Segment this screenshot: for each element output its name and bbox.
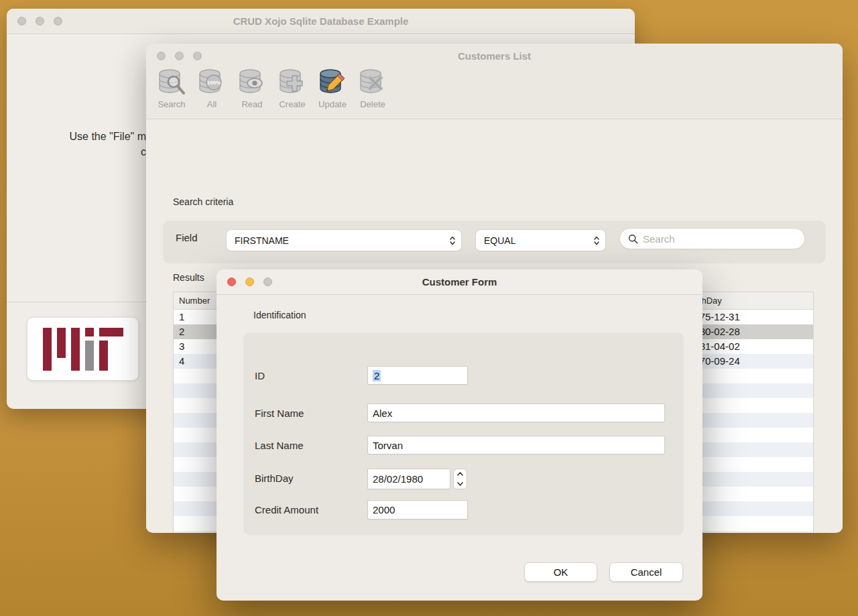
chevron-down-icon bbox=[457, 482, 463, 486]
field-label: Field bbox=[176, 232, 198, 243]
search-field[interactable] bbox=[620, 229, 804, 249]
first-name-label: First Name bbox=[255, 408, 304, 419]
chevron-up-down-icon bbox=[449, 235, 456, 246]
birthday-stepper[interactable] bbox=[453, 469, 467, 489]
hint-text-line2: c bbox=[7, 146, 146, 158]
id-field[interactable]: 2 bbox=[367, 366, 468, 385]
field-select[interactable]: FIRSTNAME bbox=[227, 230, 461, 251]
svg-text:100%: 100% bbox=[207, 80, 221, 86]
crud-window-titlebar[interactable]: CRUD Xojo Sqlite Database Example bbox=[7, 9, 635, 34]
hint-text-line1: Use the "File" m bbox=[7, 131, 146, 143]
search-criteria-label: Search criteria bbox=[173, 196, 233, 207]
last-name-label: Last Name bbox=[255, 440, 304, 451]
form-window-titlebar[interactable]: Customer Form bbox=[217, 269, 702, 295]
db-update-icon bbox=[317, 66, 348, 97]
db-read-icon bbox=[237, 66, 267, 97]
credit-amount-label: Credit Amount bbox=[255, 504, 318, 515]
mit-logo bbox=[43, 328, 123, 371]
results-label: Results bbox=[173, 272, 204, 283]
birthday-label: BirthDay bbox=[255, 473, 294, 484]
toolbar-all-button[interactable]: 100% All bbox=[194, 66, 229, 109]
credit-amount-field[interactable]: 2000 bbox=[367, 500, 468, 519]
stepper-down-button[interactable] bbox=[454, 479, 467, 489]
toolbar-search-button[interactable]: Search bbox=[154, 66, 189, 109]
mit-logo-box bbox=[27, 317, 139, 381]
chevron-up-down-icon bbox=[593, 235, 600, 246]
cancel-button[interactable]: Cancel bbox=[609, 562, 683, 582]
desktop: CRUD Xojo Sqlite Database Example Use th… bbox=[0, 0, 858, 616]
toolbar-update-button[interactable]: Update bbox=[315, 66, 350, 109]
toolbar-delete-button[interactable]: Delete bbox=[355, 66, 390, 109]
window-customer-form: Customer Form Identification ID 2 First … bbox=[217, 269, 702, 601]
window-title: CRUD Xojo Sqlite Database Example bbox=[7, 9, 635, 34]
window-title: Customers List bbox=[146, 44, 843, 69]
db-search-icon bbox=[156, 66, 187, 97]
toolbar-create-button[interactable]: Create bbox=[275, 66, 310, 109]
id-label: ID bbox=[255, 370, 265, 381]
stepper-up-button[interactable] bbox=[454, 469, 467, 479]
search-input[interactable] bbox=[643, 233, 798, 245]
chevron-up-icon bbox=[457, 472, 463, 476]
db-delete-icon bbox=[357, 66, 388, 97]
selected-text: 2 bbox=[373, 370, 381, 381]
operator-select[interactable]: EQUAL bbox=[476, 230, 605, 251]
db-create-icon bbox=[277, 66, 308, 97]
window-title: Customer Form bbox=[217, 269, 702, 295]
identification-label: Identification bbox=[253, 310, 306, 320]
db-all-icon: 100% bbox=[196, 66, 227, 97]
ok-button[interactable]: OK bbox=[524, 562, 597, 582]
customers-window-titlebar[interactable]: Customers List Search bbox=[146, 44, 843, 119]
form-window-body: Identification ID 2 First Name Alex Last… bbox=[217, 295, 702, 600]
first-name-field[interactable]: Alex bbox=[367, 404, 665, 422]
search-icon bbox=[628, 234, 638, 244]
toolbar-read-button[interactable]: Read bbox=[235, 66, 269, 109]
birthday-field[interactable]: 28/02/1980 bbox=[367, 469, 450, 489]
last-name-field[interactable]: Torvan bbox=[367, 436, 665, 454]
toolbar: Search 100% All bbox=[154, 66, 390, 109]
